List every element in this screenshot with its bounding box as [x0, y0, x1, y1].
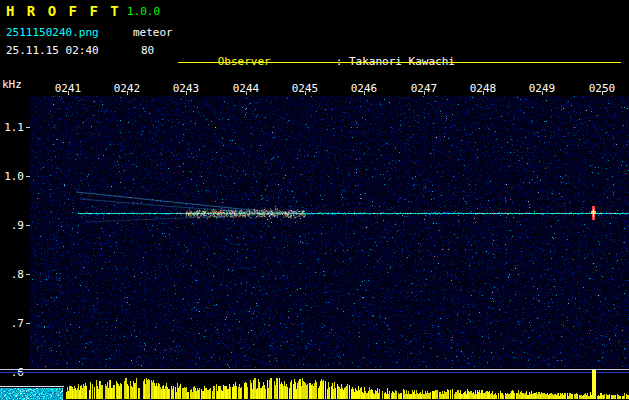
- freq-axis-unit: kHz: [2, 78, 22, 91]
- time-axis-tick: [364, 91, 365, 95]
- datetime-label: 25.11.15 02:40: [6, 44, 99, 57]
- freq-tick-label: 1.0: [2, 170, 24, 183]
- time-axis-tick: [246, 91, 247, 95]
- freq-tick-label: 1.1: [2, 121, 24, 134]
- mode-label: meteor: [133, 26, 173, 39]
- freq-tick-label: .7: [2, 317, 24, 330]
- spectrogram-canvas: [30, 96, 629, 368]
- freq-tick-label: .8: [2, 268, 24, 281]
- time-axis-tick: [305, 91, 306, 95]
- time-axis-tick: [68, 91, 69, 95]
- freq-tick-label: .9: [2, 219, 24, 232]
- output-filename: 2511150240.png: [6, 26, 99, 39]
- gain-value: 80: [141, 44, 154, 57]
- level-meter-canvas: [0, 368, 629, 400]
- hrofft-screenshot: H R O F F T 1.0.0 2511150240.png meteor …: [0, 0, 629, 400]
- time-axis-tick: [186, 91, 187, 95]
- app-title: H R O F F T: [6, 3, 121, 19]
- time-axis-tick: [424, 91, 425, 95]
- time-axis-tick: [127, 91, 128, 95]
- header-underline: [178, 62, 621, 63]
- time-axis-tick: [602, 91, 603, 95]
- app-version: 1.0.0: [127, 5, 160, 18]
- time-axis-tick: [483, 91, 484, 95]
- time-axis-tick: [542, 91, 543, 95]
